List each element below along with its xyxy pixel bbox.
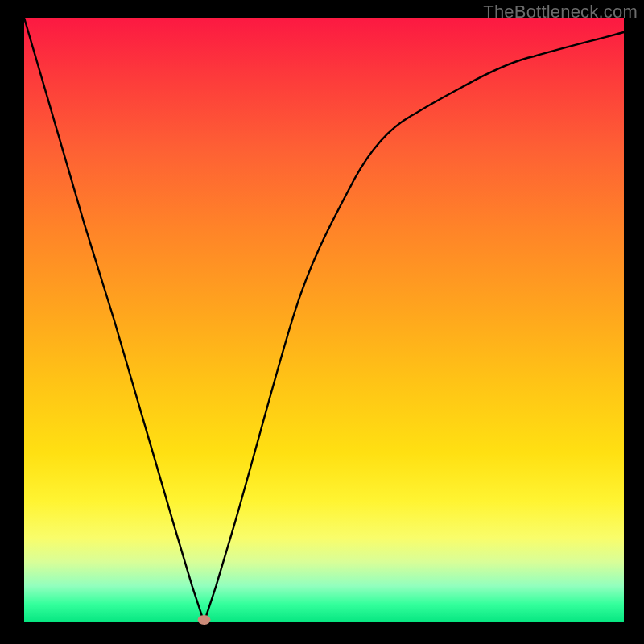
chart-frame: TheBottleneck.com: [0, 0, 644, 644]
bottleneck-curve: [24, 18, 624, 622]
optimum-marker: [198, 615, 211, 625]
curve-path: [24, 18, 624, 622]
watermark-text: TheBottleneck.com: [483, 2, 638, 23]
plot-area: [24, 18, 624, 622]
